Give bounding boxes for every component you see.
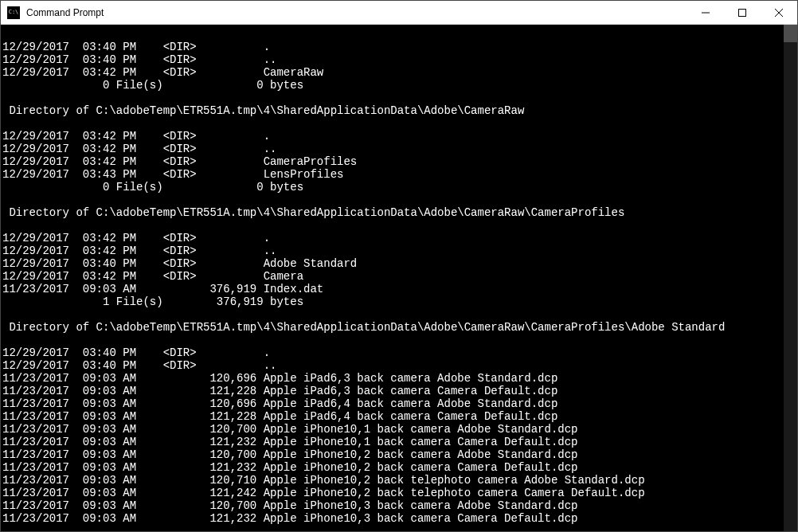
terminal-line: 12/29/2017 03:40 PM <DIR> .	[2, 346, 781, 359]
terminal-line: Directory of C:\adobeTemp\ETR551A.tmp\4\…	[2, 321, 781, 334]
terminal[interactable]: 12/29/2017 03:40 PM <DIR> .12/29/2017 03…	[1, 25, 797, 531]
terminal-line: 12/29/2017 03:42 PM <DIR> .	[2, 232, 781, 244]
terminal-line: 12/29/2017 03:40 PM <DIR> .	[2, 41, 781, 53]
terminal-line: 11/23/2017 09:03 AM 120,700 Apple iPhone…	[2, 448, 781, 461]
minimize-button[interactable]	[687, 1, 724, 24]
terminal-line: 11/23/2017 09:03 AM 121,228 Apple iPad6,…	[2, 385, 781, 397]
close-icon	[775, 9, 783, 17]
maximize-button[interactable]	[724, 1, 761, 24]
close-button[interactable]	[761, 1, 797, 24]
window: Command Prompt 12/29/2017 03:40 PM <DIR>…	[0, 0, 798, 532]
minimize-icon	[702, 9, 710, 17]
terminal-line: 11/23/2017 09:03 AM 120,700 Apple iPhone…	[2, 423, 781, 436]
terminal-line: 12/29/2017 03:42 PM <DIR> CameraProfiles	[2, 155, 781, 168]
terminal-line: 11/23/2017 09:03 AM 120,696 Apple iPad6,…	[2, 372, 781, 385]
terminal-line: 12/29/2017 03:42 PM <DIR> ..	[2, 143, 781, 155]
terminal-line: 12/29/2017 03:40 PM <DIR> ..	[2, 359, 781, 372]
terminal-line: 12/29/2017 03:42 PM <DIR> ..	[2, 244, 781, 257]
terminal-line: 12/29/2017 03:42 PM <DIR> CameraRaw	[2, 66, 781, 79]
terminal-line: 11/23/2017 09:03 AM 120,696 Apple iPad6,…	[2, 397, 781, 410]
svg-rect-1	[739, 9, 746, 16]
terminal-line: 0 File(s) 0 bytes	[2, 181, 781, 194]
terminal-line: Directory of C:\adobeTemp\ETR551A.tmp\4\…	[2, 104, 781, 117]
window-controls	[687, 1, 797, 24]
maximize-icon	[738, 9, 746, 17]
terminal-line: 12/29/2017 03:40 PM <DIR> ..	[2, 53, 781, 66]
terminal-line: 12/29/2017 03:40 PM <DIR> Adobe Standard	[2, 257, 781, 270]
terminal-output: 12/29/2017 03:40 PM <DIR> .12/29/2017 03…	[2, 28, 781, 525]
terminal-line	[2, 308, 781, 321]
cmd-icon	[7, 6, 20, 19]
terminal-line: 11/23/2017 09:03 AM 121,232 Apple iPhone…	[2, 512, 781, 525]
terminal-line	[2, 334, 781, 346]
terminal-line	[2, 194, 781, 206]
terminal-line: 12/29/2017 03:42 PM <DIR> .	[2, 130, 781, 143]
terminal-line	[2, 28, 781, 41]
terminal-line: 11/23/2017 09:03 AM 121,232 Apple iPhone…	[2, 461, 781, 474]
terminal-line	[2, 92, 781, 104]
terminal-line: 0 File(s) 0 bytes	[2, 79, 781, 92]
scrollbar[interactable]	[784, 25, 797, 531]
terminal-line: 11/23/2017 09:03 AM 121,242 Apple iPhone…	[2, 487, 781, 499]
terminal-line: 12/29/2017 03:42 PM <DIR> Camera	[2, 270, 781, 283]
terminal-line: 12/29/2017 03:43 PM <DIR> LensProfiles	[2, 168, 781, 181]
terminal-line	[2, 117, 781, 130]
scrollbar-thumb[interactable]	[784, 25, 797, 42]
window-title: Command Prompt	[26, 7, 687, 18]
terminal-line	[2, 219, 781, 232]
terminal-line: 11/23/2017 09:03 AM 120,710 Apple iPhone…	[2, 474, 781, 487]
terminal-line: 1 File(s) 376,919 bytes	[2, 295, 781, 308]
terminal-line: 11/23/2017 09:03 AM 121,228 Apple iPad6,…	[2, 410, 781, 423]
terminal-line: 11/23/2017 09:03 AM 120,700 Apple iPhone…	[2, 499, 781, 512]
terminal-line: 11/23/2017 09:03 AM 121,232 Apple iPhone…	[2, 436, 781, 448]
titlebar[interactable]: Command Prompt	[1, 1, 797, 25]
terminal-line: 11/23/2017 09:03 AM 376,919 Index.dat	[2, 283, 781, 295]
terminal-line: Directory of C:\adobeTemp\ETR551A.tmp\4\…	[2, 206, 781, 219]
